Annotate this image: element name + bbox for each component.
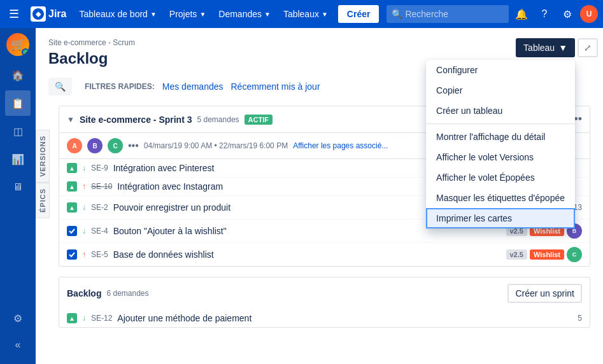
chevron-down-icon: ▼: [264, 11, 271, 18]
dropdown-volet-versions[interactable]: Afficher le volet Versions: [426, 147, 575, 167]
notifications-icon[interactable]: 🔔: [511, 4, 532, 24]
chevron-down-icon: ▼: [322, 11, 328, 18]
checkbox-icon: [67, 226, 77, 236]
create-button[interactable]: Créer: [338, 5, 380, 23]
version-tag: v2.5: [506, 249, 527, 260]
dropdown-copier[interactable]: Copier: [426, 80, 575, 101]
issue-type-story-icon: ▲: [67, 181, 77, 192]
issue-title[interactable]: Ajouter une méthode de paiement: [117, 313, 564, 323]
sprint-more-icon-sm[interactable]: •••: [128, 140, 139, 151]
main-content: Site e-commerce - Scrum Backlog 🔍 FILTRE…: [36, 28, 603, 364]
tableau-button[interactable]: Tableau ▼: [516, 38, 575, 57]
chevron-down-icon: ▼: [558, 43, 567, 53]
side-labels: VERSIONS ÉPICS: [36, 130, 50, 218]
priority-down-icon: ↓: [82, 227, 86, 235]
top-nav: ☰ Jira Tableaux de bord ▼ Projets ▼ Dema…: [0, 0, 603, 28]
sprint-pages-link[interactable]: Afficher les pages associé...: [293, 141, 388, 150]
nav-right: 🔔 ? ⚙ U: [511, 4, 598, 24]
sprint-active-badge: ACTIF: [245, 115, 273, 125]
nav-tableaux[interactable]: Tableaux ▼: [278, 5, 333, 23]
sidebar-settings-icon[interactable]: ⚙: [5, 305, 31, 331]
epics-label[interactable]: ÉPICS: [36, 183, 50, 218]
priority-down-icon: ↓: [82, 164, 86, 172]
nav-tableaux-de-bord[interactable]: Tableaux de bord ▼: [74, 5, 161, 23]
search-icon: 🔍: [392, 9, 402, 19]
issue-id[interactable]: SE-5: [91, 250, 108, 259]
expand-button[interactable]: ⤢: [578, 38, 598, 57]
sidebar-home-icon[interactable]: 🏠: [5, 62, 31, 88]
issue-id[interactable]: SE-12: [91, 314, 112, 323]
backlog-header: Backlog 6 demandes Créer un sprint: [59, 277, 590, 309]
issue-type-story-icon: ▲: [67, 163, 77, 173]
search-filter[interactable]: 🔍: [48, 78, 72, 95]
issue-id[interactable]: SE-9: [91, 164, 108, 172]
dropdown-creer-tableau[interactable]: Créer un tableau: [426, 101, 575, 121]
sprint-name: Site e-commerce - Sprint 3: [80, 115, 192, 125]
issue-tags: v2.5 Wishlist C: [506, 247, 583, 262]
chevron-down-icon: ▼: [199, 11, 206, 18]
chevron-down-icon: ▼: [150, 11, 157, 18]
dropdown-divider: [426, 123, 575, 124]
sprint-avatar-2: B: [87, 138, 103, 153]
dropdown-affichage-detail[interactable]: Montrer l'affichage du détail: [426, 127, 575, 147]
settings-icon[interactable]: ⚙: [557, 4, 578, 24]
priority-down-icon: ↓: [82, 203, 86, 212]
quick-filter-recemment[interactable]: Récemment mis à jour: [231, 81, 320, 92]
logo[interactable]: Jira: [25, 6, 71, 22]
sprint-avatar-1: A: [67, 138, 82, 153]
issue-id[interactable]: SE-4: [91, 227, 108, 235]
issue-type-story-icon: ▲: [67, 313, 77, 323]
dropdown-masquer-etiquettes[interactable]: Masquer les étiquettes d'épopée: [426, 188, 575, 208]
help-icon[interactable]: ?: [534, 4, 555, 24]
tableau-label: Tableau: [523, 43, 555, 53]
quick-filter-mes-demandes[interactable]: Mes demandes: [162, 81, 223, 92]
jira-logo-icon: [31, 6, 46, 22]
priority-down-icon: ↓: [82, 314, 86, 323]
create-sprint-button[interactable]: Créer un sprint: [507, 284, 582, 303]
sidebar-monitor-icon[interactable]: 🖥: [5, 174, 31, 200]
dropdown-imprimer-cartes[interactable]: Imprimer les cartes: [426, 208, 575, 228]
priority-up-icon: ↑: [82, 182, 86, 191]
hamburger-icon[interactable]: ☰: [5, 3, 23, 25]
nav-projets[interactable]: Projets ▼: [164, 5, 211, 23]
tableau-dropdown-menu: Configurer Copier Créer un tableau Montr…: [426, 60, 575, 228]
sidebar-board-icon[interactable]: 📋: [5, 90, 31, 116]
wishlist-tag: Wishlist: [530, 249, 564, 260]
issue-count: 5: [569, 314, 582, 323]
breadcrumb-link[interactable]: Site e-commerce - Scrum: [48, 38, 135, 47]
dropdown-configurer[interactable]: Configurer: [426, 60, 575, 80]
checkbox-icon: [67, 249, 77, 260]
issue-row: ▲ ↓ SE-12 Ajouter une méthode de paiemen…: [59, 309, 590, 327]
filter-label: FILTRES RAPIDES:: [85, 82, 155, 91]
breadcrumb: Site e-commerce - Scrum: [48, 38, 590, 47]
sidebar-grid-icon[interactable]: ◫: [5, 118, 31, 144]
logo-text: Jira: [48, 8, 66, 20]
dropdown-volet-epopees[interactable]: Afficher le volet Épopées: [426, 167, 575, 188]
issue-row: ↑ SE-5 Base de données wishlist v2.5 Wis…: [59, 243, 590, 266]
issue-id[interactable]: SE-10: [91, 182, 112, 191]
project-avatar[interactable]: 🛒: [6, 33, 29, 56]
sprint-dates: 04/mars/19 9:00 AM • 22/mars/19 6:00 PM: [144, 141, 288, 150]
priority-up-icon: ↑: [82, 250, 86, 259]
nav-demandes[interactable]: Demandes ▼: [213, 5, 276, 23]
user-avatar[interactable]: U: [580, 5, 598, 23]
sprint-toggle-icon[interactable]: ▼: [67, 115, 74, 124]
backlog-section: Backlog 6 demandes Créer un sprint ▲ ↓ S…: [59, 277, 590, 328]
search-icon: 🔍: [55, 81, 66, 92]
backlog-title: Backlog: [67, 288, 101, 298]
search-bar[interactable]: 🔍: [387, 5, 509, 23]
left-sidebar: 🛒 🏠 📋 ◫ 📊 🖥 ⚙ «: [0, 28, 36, 364]
sidebar-chart-icon[interactable]: 📊: [5, 146, 31, 172]
search-input[interactable]: [402, 5, 504, 23]
issue-id[interactable]: SE-2: [91, 203, 108, 212]
backlog-count: 6 demandes: [106, 289, 148, 298]
issue-avatar: C: [567, 247, 582, 262]
versions-label[interactable]: VERSIONS: [36, 130, 50, 183]
sprint-avatar-3: C: [108, 138, 123, 153]
issue-type-story-icon: ▲: [67, 202, 77, 213]
issue-title[interactable]: Base de données wishlist: [113, 249, 501, 260]
avatar-badge: [22, 48, 29, 56]
sidebar-collapse-icon[interactable]: «: [5, 332, 31, 358]
sprint-count: 5 demandes: [197, 115, 239, 124]
